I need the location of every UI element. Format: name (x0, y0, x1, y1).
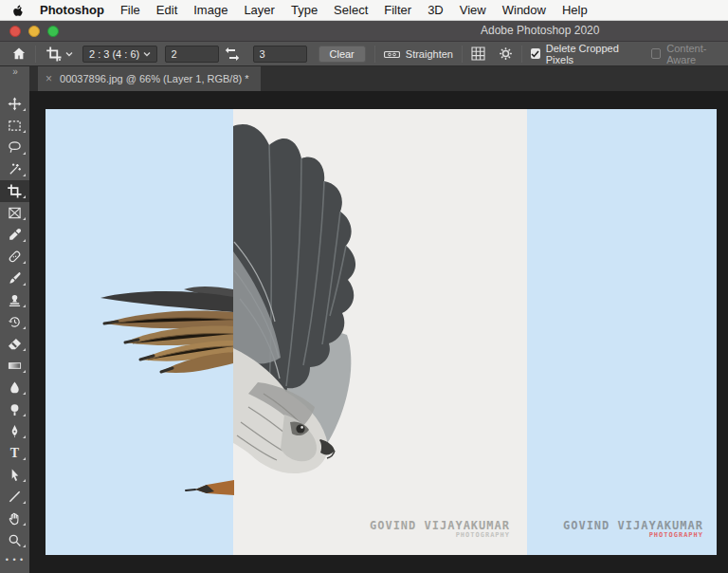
menu-view[interactable]: View (460, 3, 486, 17)
swap-dimensions-icon[interactable] (225, 47, 240, 61)
menu-layer[interactable]: Layer (244, 3, 275, 17)
close-window-button[interactable] (9, 26, 21, 37)
frame-tool[interactable] (0, 202, 29, 224)
watermark-left: GOVIND VIJAYAKUMAR PHOTOGRAPHY (370, 520, 510, 540)
lasso-tool[interactable] (0, 137, 29, 158)
photoshop-window: Photoshop File Edit Image Layer Type Sel… (0, 0, 728, 573)
menu-image[interactable]: Image (193, 3, 228, 17)
edit-toolbar-ellipsis[interactable]: • • • (0, 551, 29, 568)
document-canvas[interactable]: GOVIND VIJAYAKUMAR PHOTOGRAPHY GOVIND VI… (46, 109, 717, 555)
menu-type[interactable]: Type (291, 3, 318, 17)
window-title-bar: Adobe Photoshop 2020 (0, 21, 728, 42)
crop-height-input[interactable] (253, 46, 307, 63)
level-icon (384, 48, 400, 60)
object-selection-tool[interactable] (0, 158, 29, 180)
tab-close-icon[interactable]: × (46, 73, 52, 84)
history-brush-tool[interactable] (0, 311, 29, 333)
apple-menu-icon[interactable] (11, 3, 24, 17)
spot-healing-brush-tool[interactable] (0, 246, 29, 268)
path-selection-tool[interactable] (0, 464, 29, 486)
workspace: T • • • (0, 91, 728, 573)
brush-tool[interactable] (0, 268, 29, 289)
crop-tool[interactable] (0, 180, 29, 202)
crop-tool-preset[interactable] (46, 46, 73, 62)
document-tab-title: 00037896.jpg @ 66% (Layer 1, RGB/8) * (60, 73, 249, 84)
crop-settings-gear-icon[interactable] (499, 46, 513, 61)
rectangular-marquee-tool[interactable] (0, 115, 29, 137)
clone-stamp-tool[interactable] (0, 289, 29, 311)
menu-photoshop[interactable]: Photoshop (40, 3, 104, 17)
separator (374, 46, 375, 63)
straighten-button[interactable]: Straighten (384, 48, 453, 60)
watermark-right: GOVIND VIJAYAKUMAR PHOTOGRAPHY (563, 520, 703, 540)
bird-artwork (46, 109, 717, 555)
document-tab[interactable]: × 00037896.jpg @ 66% (Layer 1, RGB/8) * (38, 66, 261, 91)
delete-cropped-pixels-checkbox[interactable] (531, 48, 540, 59)
eyedropper-tool[interactable] (0, 224, 29, 246)
minimize-window-button[interactable] (28, 26, 40, 37)
move-tool[interactable] (0, 93, 29, 115)
macos-menu-bar: Photoshop File Edit Image Layer Type Sel… (0, 0, 728, 21)
type-tool[interactable]: T (0, 442, 29, 464)
aspect-ratio-select[interactable]: 2 : 3 (4 : 6) (82, 46, 157, 63)
eraser-tool[interactable] (0, 333, 29, 355)
menu-filter[interactable]: Filter (384, 3, 411, 17)
line-tool[interactable] (0, 486, 29, 508)
separator (521, 46, 522, 63)
menu-3d[interactable]: 3D (428, 3, 444, 17)
blur-tool[interactable] (0, 377, 29, 398)
hand-tool[interactable] (0, 508, 29, 529)
menu-window[interactable]: Window (502, 3, 546, 17)
separator (462, 46, 463, 63)
dodge-tool[interactable] (0, 398, 29, 420)
content-aware-checkbox (651, 48, 661, 59)
crop-width-input[interactable] (165, 46, 219, 63)
overlay-grid-icon[interactable] (471, 46, 485, 61)
clear-button[interactable]: Clear (318, 46, 366, 63)
delete-cropped-pixels-option[interactable]: Delete Cropped Pixels (531, 43, 638, 65)
window-title: Adobe Photoshop 2020 (481, 24, 599, 37)
toolbar-collapse-control[interactable]: » (0, 66, 29, 91)
document-tab-bar: » × 00037896.jpg @ 66% (Layer 1, RGB/8) … (0, 66, 728, 91)
content-aware-option: Content-Aware (651, 43, 728, 65)
pen-tool[interactable] (0, 420, 29, 442)
zoom-tool[interactable] (0, 529, 29, 551)
separator (35, 46, 36, 63)
zoom-window-button[interactable] (47, 26, 59, 37)
menu-file[interactable]: File (120, 3, 140, 17)
menu-help[interactable]: Help (562, 3, 588, 17)
menu-edit[interactable]: Edit (156, 3, 177, 17)
gradient-tool[interactable] (0, 355, 29, 377)
home-icon[interactable] (11, 46, 27, 61)
crop-options-bar: 2 : 3 (4 : 6) Clear Straighten Delete Cr… (0, 42, 728, 66)
menu-select[interactable]: Select (334, 3, 368, 17)
tools-panel: T • • • (0, 91, 29, 573)
